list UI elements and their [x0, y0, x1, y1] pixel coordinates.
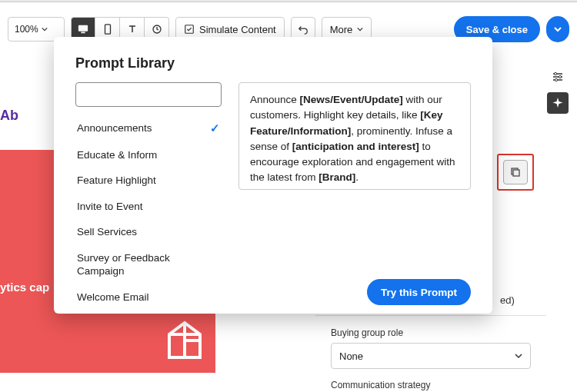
simulate-icon — [184, 24, 195, 35]
text-icon — [128, 25, 137, 34]
right-rail — [546, 68, 569, 114]
chevron-down-icon — [515, 352, 522, 360]
mobile-icon — [104, 24, 112, 35]
bg-hero-text: ytics cap — [0, 281, 49, 294]
prompt-search-input[interactable] — [87, 89, 216, 101]
save-close-label: Save & close — [466, 24, 528, 35]
prompt-preview: Announce [News/Event/Update] with our cu… — [238, 82, 471, 190]
prompt-item-label: Invite to Event — [77, 200, 143, 214]
desktop-icon — [78, 24, 88, 35]
svg-rect-2 — [105, 25, 110, 34]
prompt-item-label: Educate & Inform — [77, 148, 157, 162]
bg-heading-fragment: Ab — [0, 108, 31, 124]
buying-group-label: Buying group role — [331, 327, 531, 338]
comm-strategy-label: Communication strategy — [331, 380, 531, 390]
copy-variation-highlight — [497, 154, 534, 191]
prompt-item-label: Welcome Email — [77, 291, 149, 304]
prompt-item[interactable]: Announcements✓ — [75, 115, 222, 142]
simulate-label: Simulate Content — [199, 24, 276, 35]
copy-variation-button[interactable] — [503, 160, 528, 184]
prompt-item-label: Feature Highlight — [77, 174, 156, 188]
modal-title: Prompt Library — [75, 55, 471, 71]
prompt-search-wrap — [75, 82, 222, 107]
clock-icon — [152, 25, 162, 34]
chevron-down-icon — [554, 25, 562, 33]
prompt-item[interactable]: Sell Services — [75, 219, 222, 245]
prompt-item[interactable]: Welcome Email — [75, 284, 222, 305]
try-prompt-button[interactable]: Try this Prompt — [367, 279, 471, 305]
chevron-down-icon — [357, 26, 363, 32]
zoom-value: 100% — [15, 24, 38, 35]
try-prompt-label: Try this Prompt — [381, 287, 457, 298]
svg-rect-9 — [513, 170, 519, 176]
copy-icon — [509, 166, 522, 178]
chevron-down-icon — [42, 26, 48, 32]
svg-rect-4 — [185, 25, 194, 34]
settings-rail-button[interactable] — [549, 68, 567, 86]
prompt-list: Announcements✓Educate & InformFeature Hi… — [75, 115, 222, 305]
decorative-shape-icon — [162, 319, 208, 365]
prompt-item-label: Sell Services — [77, 225, 137, 239]
svg-point-7 — [555, 78, 557, 81]
prompt-item[interactable]: Invite to Event — [75, 194, 222, 220]
svg-point-6 — [559, 75, 561, 78]
svg-rect-0 — [78, 25, 88, 32]
prompt-library-modal: Prompt Library Announcements✓Educate & I… — [54, 37, 492, 314]
prompt-item-label: Survey or Feedback Campaign — [77, 251, 220, 278]
prompt-item[interactable]: Feature Highlight — [75, 168, 222, 194]
prompt-item-label: Announcements — [77, 121, 152, 135]
svg-point-5 — [554, 72, 556, 75]
more-label: More — [330, 24, 353, 35]
undo-icon — [298, 24, 309, 35]
prompt-item[interactable]: Survey or Feedback Campaign — [75, 245, 222, 284]
check-icon: ✓ — [210, 121, 220, 136]
ai-rail-button[interactable] — [547, 92, 569, 114]
sparkle-icon — [552, 97, 564, 109]
buying-group-value: None — [339, 350, 363, 362]
save-close-dropdown[interactable] — [546, 16, 569, 42]
buying-group-select[interactable]: None — [331, 343, 531, 369]
sliders-icon — [551, 70, 565, 84]
prompt-item[interactable]: Educate & Inform — [75, 142, 222, 168]
svg-rect-1 — [81, 32, 85, 34]
